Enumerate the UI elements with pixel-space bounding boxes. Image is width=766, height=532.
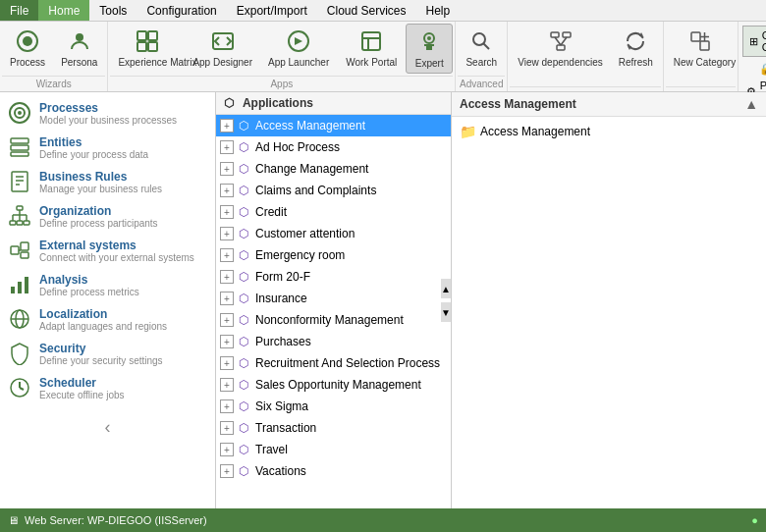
- menu-export-import[interactable]: Export/Import: [227, 0, 317, 21]
- tree-item-ad-hoc-process[interactable]: + ⬡ Ad Hoc Process: [216, 136, 451, 158]
- tree-item-form-20f[interactable]: + ⬡ Form 20-F: [216, 266, 451, 288]
- sidebar-item-localization[interactable]: Localization Adapt languages and regions: [0, 302, 215, 337]
- menu-help[interactable]: Help: [416, 0, 461, 21]
- expand-vacations[interactable]: +: [220, 464, 234, 478]
- lock-icon: 🔒: [759, 63, 766, 76]
- expand-nonconformity[interactable]: +: [220, 313, 234, 327]
- tree-item-recruitment[interactable]: + ⬡ Recruitment And Selection Process: [216, 352, 451, 374]
- tree-item-purchases[interactable]: + ⬡ Purchases: [216, 331, 451, 352]
- app-launcher-icon: [285, 27, 312, 55]
- center-panel-header: ⬡ Applications: [216, 92, 451, 115]
- persona-button[interactable]: Persona: [53, 24, 105, 72]
- expand-change-management[interactable]: +: [220, 162, 234, 176]
- expand-purchases[interactable]: +: [220, 335, 234, 348]
- app-designer-button[interactable]: App Designer: [185, 24, 260, 72]
- status-bar: 🖥 Web Server: WP-DIEGOO (IISServer) ●: [0, 508, 766, 532]
- svg-rect-30: [11, 152, 28, 156]
- tree-item-access-management[interactable]: + ⬡ Access Management: [216, 115, 451, 136]
- svg-line-20: [561, 37, 567, 45]
- expand-travel[interactable]: +: [220, 443, 234, 456]
- svg-rect-36: [10, 221, 16, 225]
- tree-item-sales-opportunity[interactable]: + ⬡ Sales Opportunity Management: [216, 374, 451, 396]
- app-node-icon-change-management: ⬡: [236, 161, 251, 177]
- menu-file[interactable]: File: [0, 0, 38, 21]
- right-folder-access-management[interactable]: 📁 Access Management: [456, 121, 762, 142]
- app-node-icon-ad-hoc-process: ⬡: [236, 139, 251, 155]
- scroll-up-button[interactable]: ▲: [441, 279, 451, 298]
- expand-customer-attention[interactable]: +: [220, 227, 234, 240]
- sidebar-item-scheduler[interactable]: Scheduler Execute offline jobs: [0, 371, 215, 405]
- external-systems-icon: [8, 239, 31, 262]
- expand-credit[interactable]: +: [220, 205, 234, 219]
- svg-line-15: [484, 44, 490, 50]
- search-button[interactable]: Search: [458, 24, 505, 72]
- app-node-icon-insurance: ⬡: [236, 291, 251, 306]
- app-node-icon-emergency-room: ⬡: [236, 247, 251, 263]
- work-portal-icon: [357, 27, 385, 55]
- expand-form-20f[interactable]: +: [220, 270, 234, 284]
- tree-item-vacations[interactable]: + ⬡ Vacations: [216, 460, 451, 482]
- expand-insurance[interactable]: +: [220, 292, 234, 305]
- expert-button[interactable]: Expert: [406, 24, 453, 74]
- menu-home[interactable]: Home: [38, 0, 89, 21]
- expand-claims-complaints[interactable]: +: [220, 184, 234, 197]
- tree-item-nonconformity-management[interactable]: + ⬡ Nonconformity Management: [216, 309, 451, 331]
- view-group-label: [510, 86, 661, 89]
- sidebar-item-entities[interactable]: Entities Define your process data: [0, 131, 215, 165]
- svg-rect-18: [557, 45, 565, 50]
- tree-item-claims-complaints[interactable]: + ⬡ Claims and Complaints: [216, 180, 451, 201]
- expand-ad-hoc-process[interactable]: +: [220, 140, 234, 154]
- expand-transaction[interactable]: +: [220, 421, 234, 435]
- sidebar-item-external-systems[interactable]: External systems Connect with your exter…: [0, 234, 215, 268]
- sidebar: Processes Model your business processes …: [0, 92, 216, 508]
- expand-recruitment[interactable]: +: [220, 356, 234, 370]
- expand-emergency-room[interactable]: +: [220, 248, 234, 262]
- sidebar-item-organization[interactable]: Organization Define process participants: [0, 199, 215, 234]
- refresh-button[interactable]: Refresh: [611, 24, 661, 72]
- tree-item-credit[interactable]: + ⬡ Credit: [216, 201, 451, 223]
- tree-item-customer-attention[interactable]: + ⬡ Customer attention: [216, 223, 451, 244]
- menu-configuration[interactable]: Configuration: [137, 0, 226, 21]
- tree-item-insurance[interactable]: + ⬡ Insurance: [216, 288, 451, 309]
- applications-icon: ⬡: [224, 96, 234, 110]
- svg-point-1: [23, 36, 32, 46]
- process-button[interactable]: Process: [2, 24, 53, 72]
- work-portal-button[interactable]: Work Portal: [337, 24, 406, 72]
- scroll-down-button[interactable]: ▼: [441, 302, 451, 322]
- sidebar-item-security[interactable]: Security Define your security settings: [0, 337, 215, 371]
- sidebar-item-business-rules[interactable]: Business Rules Manage your business rule…: [0, 165, 215, 199]
- sidebar-item-processes[interactable]: Processes Model your business processes: [0, 96, 215, 131]
- security-link[interactable]: 🔒 Security: [755, 61, 766, 78]
- view-dependencies-icon: [547, 27, 574, 55]
- menu-tools[interactable]: Tools: [89, 0, 137, 21]
- experience-matrix-button[interactable]: Experience Matrix: [110, 24, 185, 72]
- svg-rect-3: [137, 31, 146, 40]
- tree-item-change-management[interactable]: + ⬡ Change Management: [216, 158, 451, 180]
- customize-columns-button[interactable]: ⊞ Customize Columns: [742, 26, 766, 57]
- status-indicator: ●: [751, 514, 758, 526]
- menu-cloud-services[interactable]: Cloud Services: [317, 0, 416, 21]
- business-rules-icon: [8, 170, 31, 193]
- expand-six-sigma[interactable]: +: [220, 399, 234, 413]
- tree-item-six-sigma[interactable]: + ⬡ Six Sigma: [216, 396, 451, 417]
- tree-item-transaction[interactable]: + ⬡ Transaction: [216, 417, 451, 439]
- svg-point-27: [18, 111, 22, 115]
- expand-access-management[interactable]: +: [220, 119, 234, 133]
- sidebar-collapse-button[interactable]: ‹: [0, 413, 215, 442]
- sidebar-item-analysis[interactable]: Analysis Define process metrics: [0, 268, 215, 302]
- tree-item-emergency-room[interactable]: + ⬡ Emergency room: [216, 244, 451, 266]
- view-dependencies-button[interactable]: View dependencies: [510, 24, 611, 72]
- svg-line-56: [20, 388, 24, 390]
- toolbar-group-apps: Experience Matrix App Designer App Launc…: [108, 22, 456, 91]
- expand-sales-opportunity[interactable]: +: [220, 378, 234, 392]
- app-node-icon-form-20f: ⬡: [236, 269, 251, 285]
- center-panel: ⬡ Applications + ⬡ Access Management + ⬡…: [216, 92, 452, 508]
- status-text-area: 🖥 Web Server: WP-DIEGOO (IISServer): [8, 514, 207, 526]
- center-scroll-indicators: ▲ ▼: [441, 279, 451, 322]
- svg-line-19: [555, 37, 561, 45]
- toolbar-group-security: New Category: [664, 22, 739, 91]
- new-category-button[interactable]: New Category: [666, 24, 736, 72]
- right-panel-scroll-up[interactable]: ▲: [744, 96, 758, 112]
- tree-item-travel[interactable]: + ⬡ Travel: [216, 439, 451, 460]
- app-launcher-button[interactable]: App Launcher: [260, 24, 337, 72]
